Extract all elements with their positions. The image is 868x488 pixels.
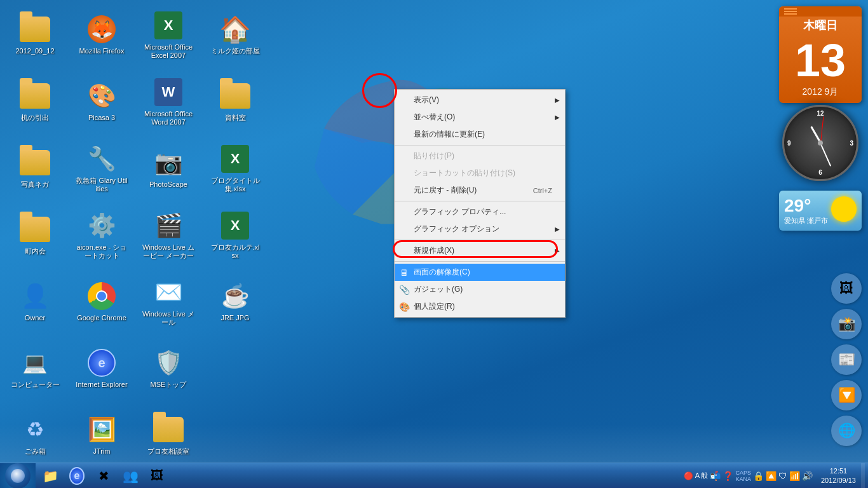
tray-caps: CAPSKANA (735, 470, 751, 482)
desktop: 2012_09_12 🦊 Mozilla Firefox X Microsoft… (0, 0, 868, 488)
icon-2012[interactable]: 2012_09_12 (6, 6, 64, 64)
tray-icon-4: 🔒 (753, 471, 764, 481)
tray-icon-5: 🔼 (766, 471, 776, 481)
icon-friend[interactable]: X プロ友カルテ.xlsx (207, 207, 264, 264)
cal-header (779, 6, 862, 17)
menu-item-paste-shortcut[interactable]: ショートカットの貼り付け(S) (395, 165, 565, 182)
menu-item-graphics-opt[interactable]: グラフィック オプション (395, 220, 565, 238)
taskbar-btn-app2[interactable]: 👥 (118, 465, 143, 487)
cal-day-name: 木曜日 (779, 17, 862, 34)
icon-chrome[interactable]: Google Chrome (73, 273, 130, 330)
icon-friend2[interactable]: プロ友相談室 (140, 407, 197, 464)
menu-item-gadgets[interactable]: 📎 ガジェット(G) (395, 281, 565, 298)
taskbar-btn-ie[interactable]: e (64, 465, 90, 487)
gadget-icon-3[interactable]: 📰 (831, 344, 862, 375)
tray-icon-7: 📶 (789, 471, 800, 481)
gadget-icon-4[interactable]: 🔽 (831, 380, 862, 410)
clock-center (818, 140, 823, 146)
icon-recycle[interactable]: ♻ ごみ箱 (6, 407, 64, 464)
menu-item-graphics-prop[interactable]: グラフィック プロパティ... (395, 203, 565, 220)
app2-icon: 👥 (123, 468, 138, 484)
taskbar-btn-app1[interactable]: ✖ (91, 465, 116, 487)
right-gadget-icons: 🖼 📸 📰 🔽 🌐 (831, 273, 862, 446)
icon-house[interactable]: 🏠 ミルク姫の部屋 (207, 6, 264, 64)
tray-icon-8: 🔊 (802, 471, 813, 481)
icon-ie[interactable]: e Internet Explorer (73, 340, 130, 397)
menu-item-view[interactable]: 表示(V) (395, 92, 565, 109)
icon-wlm[interactable]: 🎬 Windows Live ムービー メーカー (140, 207, 197, 264)
second-hand (820, 116, 824, 143)
cal-month-year: 2012 9月 (779, 86, 862, 103)
icon-wlmail[interactable]: ✉️ Windows Live メール (140, 273, 197, 330)
app3-icon: 🖼 (149, 468, 165, 484)
minute-hand (820, 143, 831, 166)
taskbar-btn-explorer[interactable]: 📁 (37, 465, 63, 487)
gadget-icon-1[interactable]: 🖼 (831, 273, 862, 304)
menu-separator-2 (395, 201, 565, 201)
start-orb-inner (11, 469, 25, 483)
show-desktop-btn[interactable] (861, 463, 865, 489)
ie-icon: e (69, 468, 85, 484)
taskbar-btn-app3[interactable]: 🖼 (144, 465, 170, 487)
start-button[interactable] (0, 463, 36, 489)
taskbar: 📁 e ✖ 👥 🖼 🔴 A 般 📬 ❓ (0, 463, 868, 488)
menu-item-sort[interactable]: 並べ替え(O) (395, 109, 565, 126)
tray-icons: 🔴 A 般 📬 ❓ CAPSKANA 🔒 🔼 🛡 📶 🔊 (681, 470, 816, 482)
menu-item-undo[interactable]: 元に戻す - 削除(U) Ctrl+Z (395, 182, 565, 199)
tray-icon-3: ❓ (722, 471, 733, 481)
menu-item-refresh[interactable]: 最新の情報に更新(E) (395, 126, 565, 143)
icon-aicon[interactable]: ⚙️ aicon.exe - ショートカット (73, 207, 130, 264)
gadget-icon-5[interactable]: 🌐 (831, 416, 862, 446)
tray-date: 2012/09/13 (821, 476, 856, 485)
menu-item-personalize[interactable]: 🎨 個人設定(R) (395, 298, 565, 315)
desktop-icons: 2012_09_12 🦊 Mozilla Firefox X Microsoft… (0, 0, 318, 488)
context-menu: 表示(V) 並べ替え(O) 最新の情報に更新(E) 貼り付け(P) ショートカッ… (394, 89, 566, 318)
menu-item-paste[interactable]: 貼り付け(P) (395, 147, 565, 165)
system-tray: 🔴 A 般 📬 ❓ CAPSKANA 🔒 🔼 🛡 📶 🔊 12:51 2012/… (677, 463, 868, 488)
icon-jre[interactable]: ☕ JRE JPG (207, 273, 264, 330)
gadget-clock: 12 3 6 9 (782, 105, 858, 181)
tray-text-a: A 般 (695, 471, 709, 480)
icon-firefox[interactable]: 🦊 Mozilla Firefox (73, 6, 130, 64)
icon-glary[interactable]: 🔧 救急箱 Glary Utilities (73, 140, 130, 197)
gadget-icon-2[interactable]: 📸 (831, 309, 862, 339)
start-orb (5, 463, 31, 489)
gadget-calendar: 木曜日 13 2012 9月 (779, 6, 862, 103)
icon-jtrim[interactable]: 🖼️ JTrim (73, 407, 130, 464)
icon-photoscape[interactable]: 📷 PhotoScape (140, 140, 197, 197)
menu-separator-4 (395, 261, 565, 262)
tray-icon-2: 📬 (710, 471, 721, 481)
weather-location: 愛知県 瀬戸市 (784, 216, 828, 226)
icon-folder2[interactable]: 机の引出 (6, 73, 64, 130)
menu-item-resolution[interactable]: 🖥 画面の解像度(C) (395, 264, 565, 281)
resolution-icon: 🖥 (398, 267, 410, 278)
clock-face: 12 3 6 9 (784, 107, 857, 179)
gadget-weather: 29° 愛知県 瀬戸市 (779, 191, 862, 231)
app1-icon: ✖ (96, 468, 111, 484)
menu-item-new[interactable]: 新規作成(X) (395, 242, 565, 259)
cal-date-num: 13 (779, 34, 862, 86)
tray-clock[interactable]: 12:51 2012/09/13 (816, 466, 861, 485)
icon-owner[interactable]: 👤 Owner (6, 273, 64, 330)
tray-icon-1: 🔴 (684, 471, 693, 480)
menu-separator-3 (395, 240, 565, 240)
personalize-icon: 🎨 (398, 301, 410, 313)
weather-temp: 29° (784, 196, 828, 216)
icon-photo[interactable]: 写真ネガ (6, 140, 64, 197)
icon-doc[interactable]: 資料室 (207, 73, 264, 130)
icon-word[interactable]: W Microsoft Office Word 2007 (140, 73, 197, 130)
annotation-circle (362, 73, 397, 108)
icon-mse[interactable]: 🛡️ MSEトップ (140, 340, 197, 397)
tray-icon-6: 🛡 (778, 471, 787, 481)
icon-pc[interactable]: 💻 コンピューター (6, 340, 64, 397)
taskbar-items: 📁 e ✖ 👥 🖼 (36, 463, 172, 488)
icon-town[interactable]: 町内会 (6, 207, 64, 264)
icon-picasa[interactable]: 🎨 Picasa 3 (73, 73, 130, 130)
icon-excel[interactable]: X Microsoft Office Excel 2007 (140, 6, 197, 64)
explorer-icon: 📁 (43, 468, 58, 484)
menu-separator-1 (395, 145, 565, 146)
tray-time: 12:51 (830, 466, 848, 475)
weather-icon (831, 196, 857, 222)
gadgets-icon: 📎 (398, 284, 410, 295)
icon-blog[interactable]: X ブログタイトル集.xlsx (207, 140, 264, 197)
